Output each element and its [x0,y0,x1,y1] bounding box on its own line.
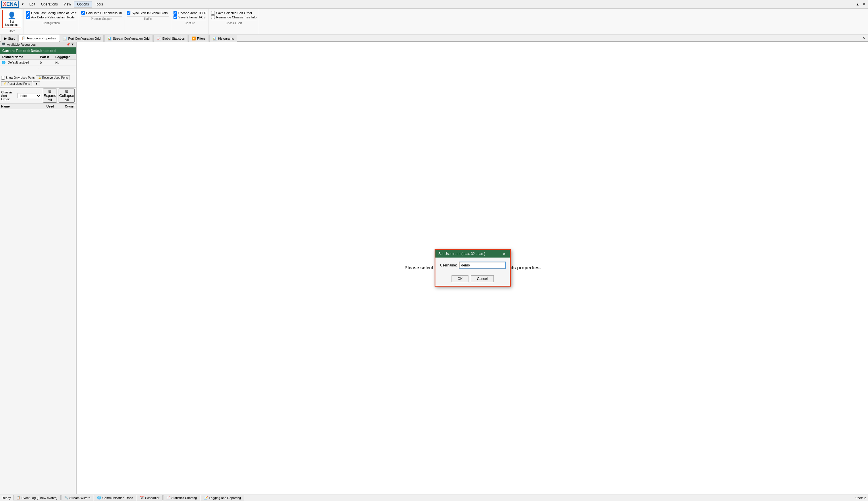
panel-header-icons: 📌 ▼ [66,43,74,46]
tree-col-owner: Owner [57,105,75,108]
status-tab-logging[interactable]: 📝 Logging and Reporting [201,495,244,500]
ribbon-protocol-options: Calculate UDP checksum [81,10,122,16]
set-username-button[interactable]: 👤 SetUsername [2,10,21,28]
menu-tools[interactable]: Tools [92,1,106,7]
checkbox-udp-checksum-input[interactable] [81,11,85,15]
menu-edit[interactable]: Edit [26,1,38,7]
tab-stream-config-grid[interactable]: 📊 Stream Configuration Grid [104,35,153,42]
show-only-used-checkbox[interactable]: Show Only Used Ports [1,76,35,79]
menu-operations[interactable]: Operations [38,1,61,7]
checkbox-save-sort-order-label: Save Selected Sort Order [216,11,252,15]
comm-trace-icon: 🌐 [97,496,101,500]
tree-content [0,109,76,494]
ribbon-section-user: 👤 SetUsername User [0,9,24,34]
tab-port-config-grid-label: Port Configuration Grid [68,37,101,40]
ribbon: 👤 SetUsername User Open Last Configurati… [0,9,868,34]
testbed-header: Current Testbed: Default testbed [0,47,76,54]
menu-view[interactable]: View [61,1,74,7]
statistics-icon: 📈 [166,496,170,500]
user-status: User: le [855,496,866,500]
ribbon-section-protocol: Calculate UDP checksum Protocol Support [79,9,125,34]
ribbon-protocol-label: Protocol Support [81,17,122,20]
global-stats-icon: 📈 [156,36,161,41]
show-only-used-label: Show Only Used Ports [6,76,35,79]
window-controls: ▲ ✕ [855,1,867,7]
status-bar: Ready 📋 Event Log (0 new events) 🔧 Strea… [0,494,868,501]
reserve-used-ports-button[interactable]: 🔒 Reserve Used Ports [36,75,70,80]
checkbox-save-sort-order[interactable]: Save Selected Sort Order [211,11,256,15]
tab-global-statistics[interactable]: 📈 Global Statistics [153,35,188,42]
checkbox-save-sort-order-input[interactable] [211,11,215,15]
tab-stream-config-grid-label: Stream Configuration Grid [113,37,150,40]
dialog-username-input[interactable] [459,262,505,268]
checkbox-decode-xena-input[interactable] [174,11,177,15]
status-tab-scheduler-label: Scheduler [145,496,160,500]
dialog-username-label: Username: [440,263,457,267]
panel-header: 🖥️ Available Resources 📌 ▼ [0,42,76,47]
chassis-sort-select[interactable]: Index Name IP Address [18,93,41,98]
status-tab-stream-wizard[interactable]: 🔧 Stream Wizard [61,495,94,500]
testbed-row-0[interactable]: 🌐 Default testbed 0 No [0,60,76,65]
checkbox-save-fcs[interactable]: Save Ethernet FCS [174,15,207,19]
dialog-username-row: Username: [440,262,505,268]
tab-filters-label: Filters [197,37,206,40]
dialog-ok-button[interactable]: OK [451,275,469,282]
collapse-icon: ⊟ [65,89,68,93]
checkbox-decode-xena-label: Decode Xena TPLD [178,11,207,15]
checkbox-rearrange-chassis-input[interactable] [211,15,215,19]
port-config-icon: 📊 [63,36,67,41]
status-tab-statistics[interactable]: 📈 Statistics Charting [163,495,200,500]
tab-resource-properties[interactable]: 📋 Resource Properties [18,35,59,42]
checkbox-ask-before-input[interactable] [26,15,30,19]
ribbon-section-traffic: Sync.Start in Global Stats. Traffic [124,9,171,34]
checkbox-ask-before[interactable]: Ask Before Relinquishing Ports [26,15,76,19]
checkbox-open-last-config-label: Open Last Configuration at Start [31,11,76,15]
histograms-icon: 📊 [212,36,217,41]
checkbox-sync-start[interactable]: Sync.Start in Global Stats. [127,11,168,15]
panel-toolbar: Show Only Used Ports 🔒 Reserve Used Port… [0,74,76,88]
sort-label: Chassis Sort Order: [1,90,16,101]
close-button[interactable]: ✕ [861,1,867,7]
tab-bar-close-button[interactable]: ✕ [860,35,867,41]
toolbar-dropdown-button[interactable]: ▼ [33,81,40,86]
checkbox-open-last-config[interactable]: Open Last Configuration at Start [26,11,76,15]
minimize-button[interactable]: ▲ [855,1,860,7]
dialog-close-button[interactable]: ✕ [501,252,507,256]
tab-start[interactable]: ▶ Start [1,35,18,42]
checkbox-open-last-config-input[interactable] [26,11,30,15]
dialog-cancel-button[interactable]: Cancel [471,275,493,282]
menu-options[interactable]: Options [74,1,92,8]
testbed-row-0-logging: No [54,60,76,65]
dialog-body: Username: [436,257,510,274]
reserve-label: Reserve Used Ports [42,76,68,79]
checkbox-rearrange-chassis[interactable]: Rearrange Chassis Tree Info [211,15,256,19]
status-tab-event-log[interactable]: 📋 Event Log (0 new events) [13,495,61,500]
status-text: Ready [2,496,11,500]
main-area: 🖥️ Available Resources 📌 ▼ Current Testb… [0,42,868,494]
testbed-row-0-port: 0 [38,60,54,65]
checkbox-save-fcs-input[interactable] [174,15,177,19]
status-tab-scheduler[interactable]: 📅 Scheduler [137,495,163,500]
collapse-all-button[interactable]: ⊟ Collapse All [58,88,75,103]
expand-icon: ⊞ [48,89,52,93]
panel-pin-icon[interactable]: 📌 [66,43,70,46]
user-icon: 👤 [8,11,16,20]
checkbox-sync-start-input[interactable] [127,11,130,15]
panel-menu-icon[interactable]: ▼ [71,43,74,46]
show-only-used-input[interactable] [1,76,5,79]
reset-used-ports-button[interactable]: ⚡ Reset Used Ports [1,81,32,86]
ribbon-section-capture: Decode Xena TPLD Save Ethernet FCS Captu… [171,9,209,34]
expand-all-button[interactable]: ⊞ Expand All [43,88,57,103]
testbed-col-logging: Logging? [54,54,76,60]
tab-port-config-grid[interactable]: 📊 Port Configuration Grid [60,35,104,42]
checkbox-decode-xena[interactable]: Decode Xena TPLD [174,11,207,15]
testbed-row-0-name: 🌐 Default testbed [0,60,38,65]
status-tab-comm-trace[interactable]: 🌐 Communication Trace [94,495,136,500]
status-tabs: 📋 Event Log (0 new events) 🔧 Stream Wiza… [13,495,853,500]
testbed-table-container: Testbed Name Port # Logging? 🌐 Default t… [0,54,76,65]
tab-filters[interactable]: 🔽 Filters [188,35,209,42]
tab-histograms[interactable]: 📊 Histograms [209,35,237,42]
checkbox-udp-checksum[interactable]: Calculate UDP checksum [81,11,122,15]
tab-histograms-label: Histograms [218,37,234,40]
tab-start-label: Start [8,37,15,40]
